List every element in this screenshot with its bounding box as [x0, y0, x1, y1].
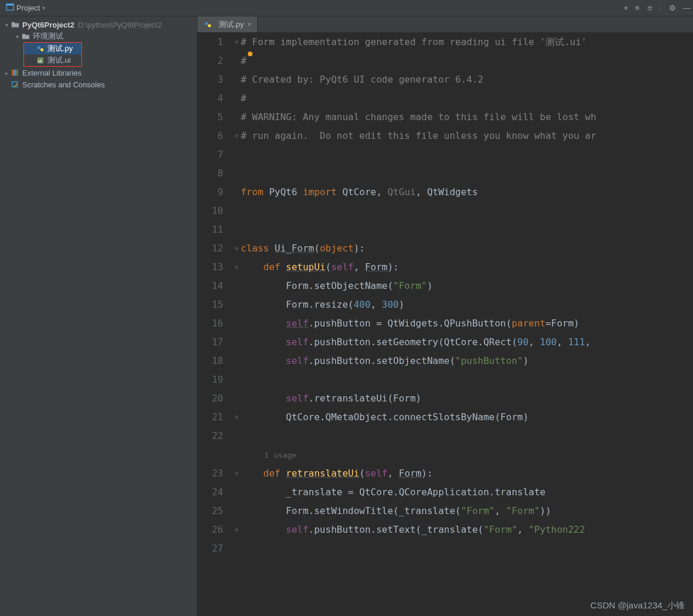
tree-file-label: 测试.py — [47, 43, 73, 54]
tree-file-py[interactable]: 测试.py — [24, 43, 81, 55]
svg-point-10 — [205, 22, 208, 25]
svg-point-2 — [37, 46, 40, 49]
svg-point-3 — [40, 48, 43, 51]
scratches-icon — [11, 80, 20, 89]
line-gutter: 1234567891011121314151617181920212223242… — [197, 33, 233, 616]
tree-folder-label: 环境测试 — [33, 31, 63, 42]
close-icon[interactable]: × — [247, 21, 251, 29]
project-label: Project — [16, 4, 40, 12]
tree-root-label: PyQt6Project2 — [22, 21, 74, 29]
code-editor[interactable]: 1234567891011121314151617181920212223242… — [197, 33, 693, 616]
project-tree[interactable]: ▾ PyQt6Project2 D:\python\PyQt6Project2 … — [0, 16, 197, 616]
tree-root-path: D:\python\PyQt6Project2 — [78, 21, 162, 29]
python-file-icon — [36, 44, 45, 53]
collapse-icon[interactable]: ≑ — [647, 4, 653, 12]
gear-icon[interactable]: ⚙ — [669, 4, 676, 12]
svg-rect-1 — [6, 4, 13, 6]
hide-icon[interactable]: — — [683, 4, 691, 12]
chevron-down-icon: ▾ — [42, 5, 45, 11]
tree-file-label: 测试.ui — [47, 55, 71, 66]
tree-folder-env[interactable]: ▾ 环境测试 — [0, 30, 197, 42]
tree-scratches-label: Scratches and Consoles — [22, 80, 105, 89]
svg-rect-8 — [16, 70, 18, 76]
watermark: CSDN @java1234_小锋 — [590, 600, 685, 611]
tree-file-ui[interactable]: ui 测试.ui — [24, 55, 81, 66]
expand-icon[interactable]: ≡ — [635, 4, 640, 12]
tree-root[interactable]: ▾ PyQt6Project2 D:\python\PyQt6Project2 — [0, 19, 197, 30]
tree-extlibs-label: External Libraries — [22, 69, 81, 77]
svg-text:ui: ui — [38, 58, 42, 64]
libraries-icon — [11, 68, 20, 77]
tree-scratches[interactable]: Scratches and Consoles — [0, 79, 197, 90]
tab-label: 测试.py — [219, 19, 244, 30]
python-file-icon — [203, 20, 213, 29]
project-dropdown[interactable]: Project ▾ — [2, 2, 49, 14]
folder-icon — [11, 20, 20, 29]
svg-rect-7 — [14, 70, 16, 76]
locate-icon[interactable]: ⌖ — [624, 4, 628, 12]
tree-external-libs[interactable]: ▸ External Libraries — [0, 67, 197, 79]
folder-icon — [21, 32, 30, 41]
tab-file[interactable]: 测试.py × — [197, 16, 258, 32]
svg-rect-6 — [12, 70, 14, 76]
editor-tabs: 测试.py × — [197, 16, 693, 33]
project-toolbar: Project ▾ ⌖ ≡ ≑ | ⚙ — — [0, 0, 693, 16]
project-panel-icon — [6, 3, 14, 13]
svg-point-11 — [208, 24, 211, 27]
code-body[interactable]: # Form implementation generated from rea… — [241, 33, 693, 616]
fold-column[interactable]: ⊖⊖⊖⊖⊖⊖⊖ — [233, 33, 241, 616]
ui-file-icon: ui — [36, 56, 45, 65]
